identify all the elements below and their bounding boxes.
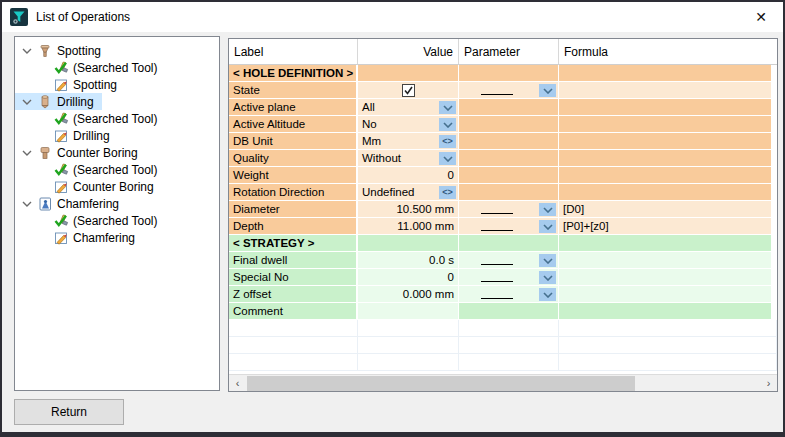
tree-item-spotting[interactable]: Spotting [15, 42, 109, 59]
property-row-empty [229, 354, 777, 371]
tree-item-spotting[interactable]: Spotting [15, 76, 125, 93]
dropdown-button[interactable] [439, 152, 456, 165]
property-value[interactable]: 0 [358, 269, 459, 286]
chevron-down-icon[interactable] [19, 48, 34, 54]
tree-item-counter-boring[interactable]: Counter Boring [15, 144, 146, 161]
property-value[interactable]: 0.0 s [358, 252, 459, 269]
dropdown-button[interactable] [439, 118, 456, 131]
return-button[interactable]: Return [14, 399, 124, 425]
app-icon [10, 8, 28, 26]
tree-item-label: (Searched Tool) [73, 111, 158, 127]
searched-tool-icon [53, 60, 69, 76]
property-parameter[interactable] [459, 252, 559, 269]
property-row-active-altitude: Active AltitudeNo [229, 116, 777, 133]
property-parameter[interactable] [459, 201, 559, 218]
scroll-left-icon[interactable]: ‹ [229, 375, 246, 391]
property-value[interactable]: Without [358, 150, 459, 167]
property-parameter[interactable] [459, 269, 559, 286]
tree-item-counter-boring[interactable]: Counter Boring [15, 178, 162, 195]
window-title: List of Operations [36, 10, 130, 24]
property-value[interactable]: All [358, 99, 459, 116]
tree-item-chamfering[interactable]: Chamfering [15, 195, 127, 212]
tree-item-label: Spotting [73, 77, 117, 93]
property-label: Rotation Direction [229, 184, 358, 201]
property-value[interactable]: 0.000 mm [358, 286, 459, 303]
property-formula [559, 167, 777, 184]
horizontal-scrollbar[interactable]: ‹ › [229, 374, 777, 391]
dropdown-button[interactable] [539, 203, 556, 216]
property-parameter [459, 99, 559, 116]
chevron-down-icon[interactable] [19, 201, 34, 207]
dropdown-button[interactable] [439, 101, 456, 114]
dropdown-button[interactable] [539, 254, 556, 267]
property-row-diameter: Diameter10.500 mm[D0] [229, 201, 777, 218]
counter-bore-tool-icon [37, 145, 53, 161]
property-value[interactable] [358, 303, 459, 320]
tree-item-searched-tool[interactable]: (Searched Tool) [15, 161, 166, 178]
empty-cell [358, 320, 459, 337]
column-header-value: Value [358, 39, 459, 65]
spot-drill-tool-icon [37, 43, 53, 59]
chamfer-tool-icon [37, 196, 53, 212]
property-formula [559, 150, 777, 167]
chevron-down-icon[interactable] [19, 99, 34, 105]
tree-item-drilling[interactable]: Drilling [15, 127, 118, 144]
property-value[interactable]: Undefined<> [358, 184, 459, 201]
operations-tree: Spotting(Searched Tool)SpottingDrilling(… [15, 42, 219, 246]
parameter-blank-slot [481, 204, 513, 214]
scrollbar-thumb[interactable] [247, 376, 635, 391]
value-text: Undefined [362, 186, 414, 198]
property-value[interactable]: 10.500 mm [358, 201, 459, 218]
dropdown-button[interactable] [539, 220, 556, 233]
dropdown-button[interactable] [539, 288, 556, 301]
property-formula: [P0]+[z0] [559, 218, 777, 235]
empty-cell [229, 354, 358, 371]
property-value[interactable] [358, 82, 459, 99]
column-header-parameter: Parameter [459, 39, 559, 65]
property-value[interactable]: No [358, 116, 459, 133]
property-parameter[interactable] [459, 286, 559, 303]
property-value[interactable]: 11.000 mm [358, 218, 459, 235]
value-text: Without [362, 152, 401, 164]
close-button[interactable]: ✕ [751, 7, 771, 27]
tree-item-drilling[interactable]: Drilling [15, 93, 102, 110]
tree-item-searched-tool[interactable]: (Searched Tool) [15, 59, 166, 76]
spinner-button[interactable]: <> [439, 186, 456, 199]
property-label: < HOLE DEFINITION > [229, 65, 358, 82]
tree-item-searched-tool[interactable]: (Searched Tool) [15, 110, 166, 127]
operation-sheet-icon [53, 77, 69, 93]
tree-item-searched-tool[interactable]: (Searched Tool) [15, 212, 166, 229]
chevron-down-icon[interactable] [19, 150, 34, 156]
dropdown-button[interactable] [539, 84, 556, 97]
property-label: Comment [229, 303, 358, 320]
scroll-right-icon[interactable]: › [760, 375, 777, 391]
empty-cell [559, 354, 777, 371]
section-cell [559, 235, 777, 252]
list-of-operations-dialog: List of Operations ✕ Spotting(Searched T… [0, 0, 785, 437]
property-parameter[interactable] [459, 82, 559, 99]
property-label: DB Unit [229, 133, 358, 150]
empty-cell [358, 354, 459, 371]
dropdown-button[interactable] [539, 271, 556, 284]
tree-item-chamfering[interactable]: Chamfering [15, 229, 143, 246]
tree-item-label: Counter Boring [73, 179, 154, 195]
property-value[interactable]: Mm<> [358, 133, 459, 150]
empty-cell [459, 354, 559, 371]
tree-item-label: Drilling [73, 128, 110, 144]
empty-cell [459, 337, 559, 354]
section-cell [459, 235, 559, 252]
drill-tool-icon [37, 94, 53, 110]
empty-cell [559, 320, 777, 337]
value-text: 0.0 s [429, 254, 454, 266]
titlebar[interactable]: List of Operations ✕ [2, 2, 783, 32]
operation-sheet-icon [53, 179, 69, 195]
parameter-blank-slot [481, 289, 513, 299]
property-formula [559, 286, 777, 303]
property-parameter [459, 116, 559, 133]
property-label: Z offset [229, 286, 358, 303]
checkbox-checked[interactable] [402, 84, 415, 97]
property-parameter[interactable] [459, 218, 559, 235]
property-value[interactable]: 0 [358, 167, 459, 184]
column-header-label: Label [229, 39, 358, 65]
spinner-button[interactable]: <> [439, 135, 456, 148]
